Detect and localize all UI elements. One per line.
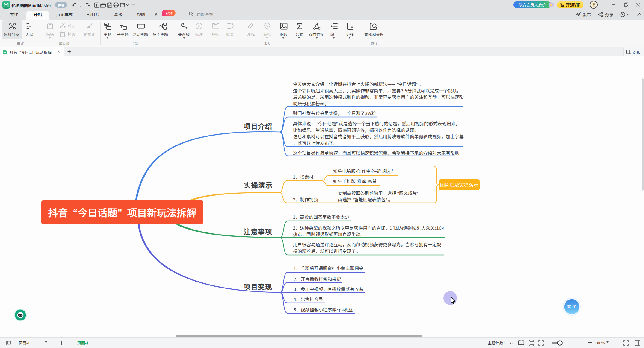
svg-text:00:01: 00:01 — [567, 303, 577, 309]
